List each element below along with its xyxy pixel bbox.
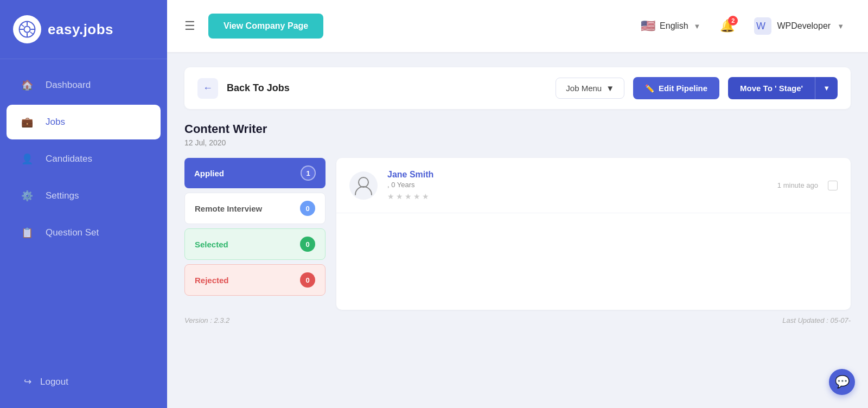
move-to-stage-button[interactable]: Move To ' Stage' <box>728 77 815 99</box>
sidebar-logo: easy.jobs <box>0 0 167 59</box>
stage-rejected-label: Rejected <box>195 276 229 285</box>
svg-line-7 <box>30 32 34 35</box>
main-area: ☰ View Company Page 🇺🇸 English ▼ 🔔 2 W W… <box>167 0 868 408</box>
sidebar-label-question-set: Question Set <box>46 227 99 238</box>
stage-rejected[interactable]: Rejected 0 <box>184 264 326 296</box>
candidate-experience: , 0 Years <box>387 181 768 189</box>
svg-point-1 <box>24 26 30 32</box>
logo-icon <box>13 15 41 43</box>
star-5: ★ <box>422 192 429 201</box>
job-menu-label: Job Menu <box>566 84 602 93</box>
chat-icon: 💬 <box>835 375 850 389</box>
job-title: Content Writer <box>184 122 851 136</box>
language-label: English <box>660 21 688 31</box>
svg-line-6 <box>21 24 24 27</box>
candidates-panel: Jane Smith , 0 Years ★ ★ ★ ★ ★ 1 minute … <box>336 158 851 310</box>
stage-selected-label: Selected <box>195 240 228 249</box>
pipeline-stages: Applied 1 Remote Interview 0 Selected 0 … <box>184 158 326 296</box>
settings-icon: ⚙️ <box>17 186 37 206</box>
question-set-icon: 📋 <box>17 223 37 243</box>
chat-bubble[interactable]: 💬 <box>829 369 855 395</box>
sidebar-label-dashboard: Dashboard <box>46 80 91 91</box>
sidebar-label-logout: Logout <box>40 377 68 387</box>
job-menu-button[interactable]: Job Menu ▼ <box>556 78 624 99</box>
language-selector[interactable]: 🇺🇸 English ▼ <box>634 15 707 37</box>
sidebar-label-candidates: Candidates <box>46 154 92 164</box>
notification-badge: 2 <box>728 16 738 25</box>
logout-icon: ↪ <box>24 376 31 387</box>
avatar <box>349 171 378 200</box>
table-row: Jane Smith , 0 Years ★ ★ ★ ★ ★ 1 minute … <box>336 158 851 213</box>
stage-applied-label: Applied <box>194 169 224 178</box>
stage-selected[interactable]: Selected 0 <box>184 228 326 260</box>
sidebar-bottom: ↪ Logout <box>0 362 167 408</box>
last-updated-label: Last Updated : 05-07- <box>782 316 851 324</box>
star-4: ★ <box>413 192 420 201</box>
user-name-label: WPDeveloper <box>777 21 831 31</box>
candidate-info: Jane Smith , 0 Years ★ ★ ★ ★ ★ <box>387 170 768 201</box>
language-chevron-icon: ▼ <box>694 22 701 30</box>
sidebar-nav: 🏠 Dashboard 💼 Jobs 👤 Candidates ⚙️ Setti… <box>0 68 167 362</box>
edit-pipeline-label: Edit Pipeline <box>659 84 707 93</box>
sidebar-item-settings[interactable]: ⚙️ Settings <box>7 178 161 213</box>
edit-pipeline-button[interactable]: ✏️ Edit Pipeline <box>633 77 719 99</box>
job-date: 12 Jul, 2020 <box>184 138 851 147</box>
stage-remote-label: Remote Interview <box>195 204 262 213</box>
user-logo-icon: W <box>754 17 771 35</box>
hamburger-icon[interactable]: ☰ <box>184 19 195 33</box>
app-name: easy.jobs <box>48 21 113 38</box>
sidebar-label-settings: Settings <box>46 190 79 201</box>
back-button[interactable]: ← <box>197 78 218 99</box>
stage-remote-interview[interactable]: Remote Interview 0 <box>184 193 326 224</box>
candidate-checkbox[interactable] <box>828 181 838 190</box>
sidebar: easy.jobs 🏠 Dashboard 💼 Jobs 👤 Candidate… <box>0 0 167 408</box>
candidate-name: Jane Smith <box>387 170 768 180</box>
topbar: ☰ View Company Page 🇺🇸 English ▼ 🔔 2 W W… <box>167 0 868 52</box>
sidebar-item-jobs[interactable]: 💼 Jobs <box>7 105 161 139</box>
jobs-icon: 💼 <box>17 112 37 132</box>
star-3: ★ <box>405 192 412 201</box>
back-bar: ← Back To Jobs Job Menu ▼ ✏️ Edit Pipeli… <box>184 67 851 109</box>
svg-point-10 <box>359 177 368 187</box>
back-label: Back To Jobs <box>227 82 547 94</box>
stage-applied[interactable]: Applied 1 <box>184 158 326 188</box>
view-company-button[interactable]: View Company Page <box>208 14 323 39</box>
sidebar-item-question-set[interactable]: 📋 Question Set <box>7 215 161 250</box>
job-menu-chevron-icon: ▼ <box>606 84 614 93</box>
candidate-time: 1 minute ago <box>777 181 818 189</box>
svg-text:W: W <box>756 21 765 31</box>
stage-selected-badge: 0 <box>300 237 315 252</box>
content-footer: Version : 2.3.2 Last Updated : 05-07- <box>184 310 851 327</box>
star-2: ★ <box>396 192 403 201</box>
notification-button[interactable]: 🔔 2 <box>716 15 739 37</box>
sidebar-label-jobs: Jobs <box>46 117 65 127</box>
star-1: ★ <box>387 192 394 201</box>
pencil-icon: ✏️ <box>645 84 654 93</box>
sidebar-item-candidates[interactable]: 👤 Candidates <box>7 142 161 176</box>
move-to-stage-caret-button[interactable]: ▼ <box>815 77 838 99</box>
move-to-stage-group: Move To ' Stage' ▼ <box>728 77 838 99</box>
candidate-rating: ★ ★ ★ ★ ★ <box>387 192 768 201</box>
sidebar-item-logout[interactable]: ↪ Logout <box>13 368 154 395</box>
job-title-section: Content Writer 12 Jul, 2020 <box>184 122 851 147</box>
user-chevron-icon: ▼ <box>837 22 844 30</box>
user-menu[interactable]: W WPDeveloper ▼ <box>748 13 851 39</box>
flag-icon: 🇺🇸 <box>641 19 655 33</box>
stage-rejected-badge: 0 <box>300 272 315 288</box>
home-icon: 🏠 <box>17 75 37 95</box>
stage-remote-badge: 0 <box>300 201 315 216</box>
version-label: Version : 2.3.2 <box>184 316 229 324</box>
sidebar-item-dashboard[interactable]: 🏠 Dashboard <box>7 68 161 103</box>
stage-applied-badge: 1 <box>301 165 316 181</box>
main-content: ← Back To Jobs Job Menu ▼ ✏️ Edit Pipeli… <box>167 52 868 408</box>
pipeline-row: Applied 1 Remote Interview 0 Selected 0 … <box>184 158 851 310</box>
candidates-icon: 👤 <box>17 149 37 169</box>
